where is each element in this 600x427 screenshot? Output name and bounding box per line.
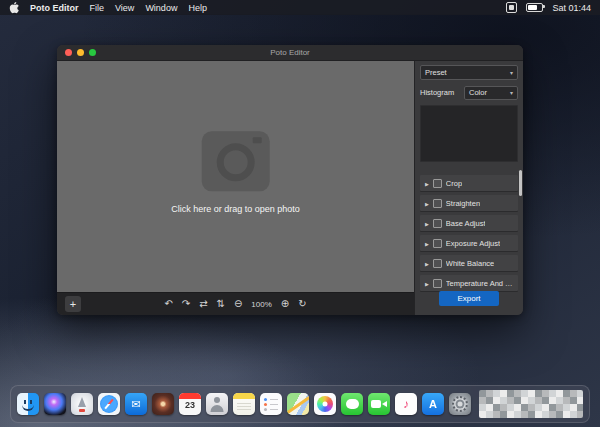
section-label: White Balance — [446, 259, 494, 268]
expand-arrow-icon — [425, 219, 429, 228]
section-exposure-adjust[interactable]: Exposure Adjust — [420, 235, 518, 251]
notes-icon[interactable] — [233, 393, 255, 415]
itunes-icon[interactable] — [395, 393, 417, 415]
camera-placeholder-icon — [202, 131, 270, 191]
photos-icon[interactable] — [314, 393, 336, 415]
launchpad-icon[interactable] — [71, 393, 93, 415]
section-thumb-icon — [433, 259, 442, 268]
editor-left-column: Click here or drag to open photo + ↶ ↷ ⇄… — [57, 61, 414, 315]
safari-icon[interactable] — [98, 393, 120, 415]
zoom-out-icon[interactable]: ⊖ — [234, 299, 242, 309]
contacts-icon[interactable] — [206, 393, 228, 415]
expand-arrow-icon — [425, 239, 429, 248]
facetime-icon[interactable] — [368, 393, 390, 415]
messages-icon[interactable] — [341, 393, 363, 415]
add-photo-button[interactable]: + — [65, 296, 81, 312]
histogram-channel-select[interactable]: Color — [464, 86, 518, 100]
toolbar-center-icons: ↶ ↷ ⇄ ⇅ ⊖ 100% ⊕ ↻ — [164, 293, 306, 315]
undo-icon[interactable]: ↶ — [164, 299, 172, 309]
expand-arrow-icon — [425, 279, 429, 288]
siri-icon[interactable] — [44, 393, 66, 415]
desktop: Poto Editor File View Window Help Sat 01… — [0, 0, 600, 427]
drop-placeholder: Click here or drag to open photo — [171, 131, 300, 214]
expand-arrow-icon — [425, 179, 429, 188]
system-preferences-icon[interactable] — [449, 393, 471, 415]
app-store-icon[interactable] — [422, 393, 444, 415]
section-label: Base Adjust — [446, 219, 486, 228]
menu-view[interactable]: View — [115, 3, 134, 13]
section-thumb-icon — [433, 239, 442, 248]
section-label: Exposure Adjust — [446, 239, 500, 248]
preset-select[interactable]: Preset — [420, 65, 518, 80]
zoom-window-button[interactable] — [89, 49, 96, 56]
zoom-in-icon[interactable]: ⊕ — [281, 299, 289, 309]
finder-icon[interactable] — [17, 393, 39, 415]
menu-bar: Poto Editor File View Window Help Sat 01… — [0, 0, 600, 15]
section-thumb-icon — [433, 199, 442, 208]
section-label: Temperature And Tint — [446, 279, 513, 288]
menu-help[interactable]: Help — [188, 3, 207, 13]
window-title: Poto Editor — [270, 48, 310, 57]
photo-booth-icon[interactable] — [152, 393, 174, 415]
drop-placeholder-text: Click here or drag to open photo — [171, 204, 300, 214]
preset-select-value: Preset — [425, 68, 447, 77]
poto-editor-window: Poto Editor Click here or drag to open p… — [57, 45, 523, 315]
histogram-header: Histogram Color — [420, 86, 518, 100]
window-titlebar[interactable]: Poto Editor — [57, 45, 523, 61]
redo-icon[interactable]: ↷ — [182, 299, 190, 309]
section-thumb-icon — [433, 219, 442, 228]
reminders-icon[interactable] — [260, 393, 282, 415]
section-white-balance[interactable]: White Balance — [420, 255, 518, 271]
apple-menu-icon[interactable] — [9, 2, 19, 14]
battery-icon[interactable] — [526, 3, 543, 12]
menu-bar-status-area: Sat 01:44 — [506, 2, 591, 13]
pixelated-censor-block — [479, 390, 583, 418]
section-label: Crop — [446, 179, 462, 188]
caret-down-icon — [510, 88, 513, 97]
flip-horizontal-icon[interactable]: ⇄ — [199, 299, 207, 309]
export-row: Export — [420, 291, 518, 311]
histogram-label: Histogram — [420, 88, 454, 97]
expand-arrow-icon — [425, 259, 429, 268]
section-temperature-and-tint[interactable]: Temperature And Tint — [420, 275, 518, 291]
minimize-button[interactable] — [77, 49, 84, 56]
section-thumb-icon — [433, 179, 442, 188]
window-body: Click here or drag to open photo + ↶ ↷ ⇄… — [57, 61, 523, 315]
section-crop[interactable]: Crop — [420, 175, 518, 191]
adjustment-sections: Crop Straighten Base Adjust — [420, 175, 518, 291]
calendar-day: 23 — [179, 401, 201, 410]
traffic-lights — [65, 45, 96, 60]
close-button[interactable] — [65, 49, 72, 56]
menu-clock[interactable]: Sat 01:44 — [552, 3, 591, 13]
expand-arrow-icon — [425, 199, 429, 208]
menu-app-name[interactable]: Poto Editor — [30, 3, 79, 13]
sidebar-scrollbar[interactable] — [519, 170, 522, 196]
reset-view-icon[interactable]: ↻ — [298, 299, 306, 309]
status-icon[interactable] — [506, 2, 517, 13]
adjustments-sidebar: Preset Histogram Color Crop — [414, 61, 523, 315]
dock: 23 — [10, 385, 590, 423]
histogram-channel-value: Color — [469, 88, 487, 97]
section-label: Straighten — [446, 199, 480, 208]
flip-vertical-icon[interactable]: ⇅ — [217, 299, 225, 309]
photo-drop-zone[interactable]: Click here or drag to open photo — [57, 61, 414, 292]
maps-icon[interactable] — [287, 393, 309, 415]
section-straighten[interactable]: Straighten — [420, 195, 518, 211]
zoom-level[interactable]: 100% — [251, 300, 271, 309]
calendar-icon[interactable]: 23 — [179, 393, 201, 415]
mail-icon[interactable] — [125, 393, 147, 415]
caret-down-icon — [510, 68, 513, 77]
menu-file[interactable]: File — [90, 3, 105, 13]
export-button[interactable]: Export — [439, 291, 499, 306]
section-thumb-icon — [433, 279, 442, 288]
histogram-display — [420, 105, 518, 162]
bottom-toolbar: + ↶ ↷ ⇄ ⇅ ⊖ 100% ⊕ ↻ — [57, 292, 414, 315]
menu-window[interactable]: Window — [145, 3, 177, 13]
section-base-adjust[interactable]: Base Adjust — [420, 215, 518, 231]
